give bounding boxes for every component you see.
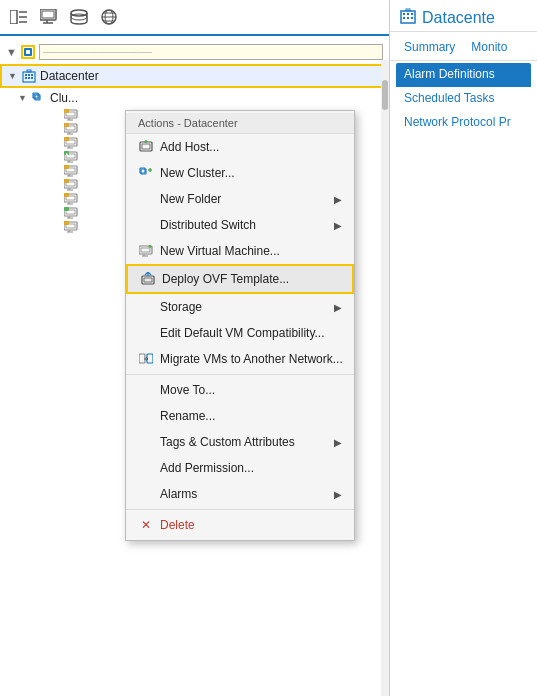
datacenter-icon — [21, 68, 37, 84]
svg-rect-97 — [403, 13, 405, 15]
ctx-delete[interactable]: ✕ Delete — [126, 512, 354, 538]
context-menu: Actions - Datacenter Add Host... — [125, 110, 355, 541]
svg-rect-20 — [31, 74, 33, 76]
svg-rect-0 — [10, 10, 17, 24]
storage-menu-icon — [138, 299, 154, 315]
toolbar — [0, 0, 389, 36]
tags-custom-submenu-arrow: ▶ — [334, 437, 342, 448]
ctx-migrate-vms[interactable]: Migrate VMs to Another Network... — [126, 346, 354, 372]
vm-list-icon[interactable] — [38, 6, 60, 28]
datacenter-label: Datacenter — [40, 69, 99, 83]
ctx-rename[interactable]: Rename... — [126, 403, 354, 429]
tags-custom-icon — [138, 434, 154, 450]
ctx-delete-label: Delete — [160, 518, 195, 532]
network-icon[interactable] — [98, 6, 120, 28]
right-tabs: Summary Monito — [390, 32, 537, 61]
vm-icon-1: ! — [64, 109, 78, 121]
right-title-text: Datacente — [422, 9, 495, 27]
vm-icon-7 — [64, 193, 78, 205]
ctx-new-folder-label: New Folder — [160, 192, 221, 206]
vm-icon-3: ! — [64, 137, 78, 149]
vm-icon-8-green — [64, 207, 78, 219]
svg-rect-61 — [64, 179, 69, 183]
svg-rect-92 — [144, 278, 152, 282]
ctx-alarms-label: Alarms — [160, 487, 197, 501]
left-panel: ▼ ────────────── ▼ — [0, 0, 390, 696]
add-permission-icon — [138, 460, 154, 476]
ctx-new-folder[interactable]: New Folder ▶ — [126, 186, 354, 212]
migrate-vms-icon — [138, 351, 154, 367]
alarms-icon — [138, 486, 154, 502]
storage-icon[interactable] — [68, 6, 90, 28]
svg-rect-21 — [25, 77, 27, 79]
cluster-tree-item[interactable]: ▼ Clu... — [0, 88, 389, 108]
right-title-datacenter-icon — [400, 8, 416, 27]
vm-icon-5 — [64, 165, 78, 177]
svg-rect-78 — [142, 144, 150, 149]
svg-rect-76 — [64, 221, 69, 225]
right-content — [390, 137, 537, 696]
ctx-new-vm[interactable]: New Virtual Machine... — [126, 238, 354, 264]
tree-node-icon — [21, 45, 35, 59]
datacenter-tree-item[interactable]: ▼ Datacenter — [0, 64, 389, 88]
ctx-deploy-ovf[interactable]: Deploy OVF Template... — [126, 264, 354, 294]
svg-point-9 — [71, 14, 87, 20]
ctx-add-permission-label: Add Permission... — [160, 461, 254, 475]
right-header: Datacente — [390, 0, 537, 32]
new-folder-submenu-arrow: ▶ — [334, 194, 342, 205]
ctx-add-host[interactable]: Add Host... — [126, 134, 354, 160]
ctx-move-to-label: Move To... — [160, 383, 215, 397]
ctx-add-permission[interactable]: Add Permission... — [126, 455, 354, 481]
svg-rect-5 — [42, 11, 54, 18]
ctx-add-host-label: Add Host... — [160, 140, 219, 154]
ctx-alarms[interactable]: Alarms ▶ — [126, 481, 354, 507]
svg-rect-66 — [64, 193, 69, 197]
right-panel: Datacente Summary Monito Alarm Definitio… — [390, 0, 537, 696]
ctx-new-cluster[interactable]: New Cluster... — [126, 160, 354, 186]
alarms-submenu-arrow: ▶ — [334, 489, 342, 500]
deploy-ovf-icon — [140, 271, 156, 287]
rename-icon — [138, 408, 154, 424]
scroll-thumb[interactable] — [382, 80, 388, 110]
add-host-icon — [138, 139, 154, 155]
right-title: Datacente — [400, 8, 527, 27]
tab-network-protocol[interactable]: Network Protocol Pr — [396, 111, 531, 135]
tab-alarm-definitions[interactable]: Alarm Definitions — [396, 63, 531, 87]
ctx-tags-custom[interactable]: Tags & Custom Attributes ▶ — [126, 429, 354, 455]
svg-rect-19 — [28, 74, 30, 76]
svg-rect-86 — [141, 248, 150, 252]
ctx-distributed-switch-label: Distributed Switch — [160, 218, 256, 232]
svg-rect-18 — [25, 74, 27, 76]
ctx-new-cluster-label: New Cluster... — [160, 166, 235, 180]
svg-rect-99 — [411, 13, 413, 15]
svg-rect-23 — [31, 77, 33, 79]
ctx-distributed-switch[interactable]: Distributed Switch ▶ — [126, 212, 354, 238]
tab-scheduled-tasks[interactable]: Scheduled Tasks — [396, 87, 531, 111]
svg-rect-98 — [407, 13, 409, 15]
tree-search-field[interactable]: ────────────── — [39, 44, 383, 60]
ctx-edit-vm-compat[interactable]: Edit Default VM Compatibility... — [126, 320, 354, 346]
svg-rect-56 — [64, 165, 69, 169]
distributed-switch-submenu-arrow: ▶ — [334, 220, 342, 231]
cluster-label: Clu... — [50, 91, 78, 105]
svg-rect-100 — [403, 17, 405, 19]
svg-rect-103 — [406, 9, 410, 11]
ctx-new-vm-label: New Virtual Machine... — [160, 244, 280, 258]
context-menu-header: Actions - Datacenter — [126, 113, 354, 134]
svg-rect-24 — [27, 70, 31, 72]
new-folder-icon — [138, 191, 154, 207]
ctx-storage[interactable]: Storage ▶ — [126, 294, 354, 320]
tab-monitor[interactable]: Monito — [463, 36, 515, 60]
svg-rect-101 — [407, 17, 409, 19]
ctx-edit-vm-compat-label: Edit Default VM Compatibility... — [160, 326, 325, 340]
sidebar-toggle-icon[interactable] — [8, 6, 30, 28]
scrollbar[interactable] — [381, 60, 389, 696]
vm-icon-4-green: ▶ — [64, 151, 78, 163]
svg-rect-102 — [411, 17, 413, 19]
cluster-icon — [31, 90, 47, 106]
ctx-tags-custom-label: Tags & Custom Attributes — [160, 435, 295, 449]
ctx-rename-label: Rename... — [160, 409, 215, 423]
ctx-move-to[interactable]: Move To... — [126, 377, 354, 403]
tab-summary[interactable]: Summary — [396, 36, 463, 60]
delete-icon: ✕ — [138, 517, 154, 533]
